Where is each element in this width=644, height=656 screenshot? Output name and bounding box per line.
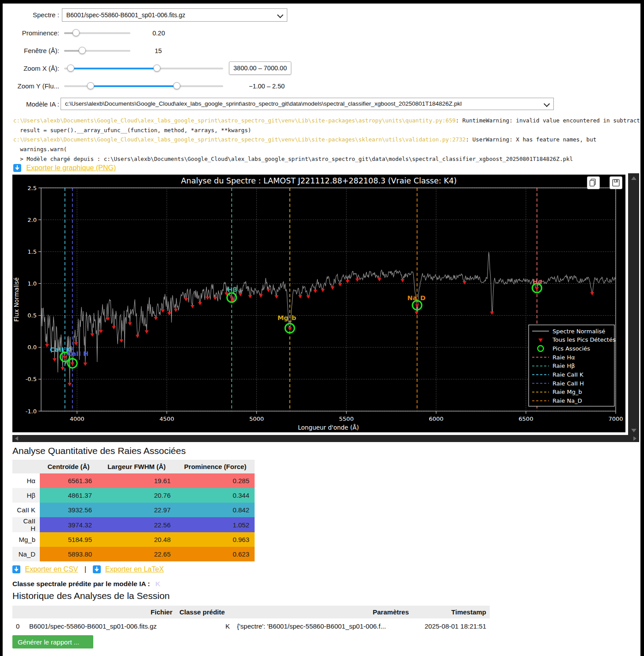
- raies-cell: 0.285: [176, 473, 255, 488]
- raies-col-prominence: Prominence (Force): [176, 460, 255, 473]
- y-tick-label: 1.5: [27, 248, 37, 255]
- raies-row-label: CaII K: [12, 503, 40, 517]
- export-png-row: Exporter le graphique (PNG): [13, 164, 116, 172]
- fenetre-label: Fenêtre (Å):: [3, 44, 59, 57]
- raie-label-nad: Na_D: [408, 294, 426, 302]
- zoomy-range-slider[interactable]: [64, 80, 223, 93]
- history-header-row: Fichier Classe prédite Paramètres Timest…: [12, 606, 490, 618]
- zoomx-handle-min[interactable]: [67, 65, 74, 72]
- x-tick-label: 5500: [339, 416, 354, 422]
- zoomx-readout: 3800.00 – 7000.00: [229, 61, 291, 75]
- raie-label-caii_h: CaII H: [67, 350, 88, 357]
- scroll-right-arrow-icon[interactable]: [633, 436, 636, 441]
- warning-path: c:\Users\alexb\Documents\Google_Cloud\al…: [13, 117, 456, 124]
- prominence-readout: 0.20: [152, 27, 165, 40]
- export-latex-link[interactable]: Exporter en LaTeX: [105, 565, 164, 573]
- zoomx-handle-max[interactable]: [153, 65, 160, 72]
- raies-col-centroide: Centroïde (Å): [40, 460, 97, 473]
- zoomx-label: Zoom X (Å):: [3, 62, 59, 75]
- raies-cell: 0.963: [176, 532, 255, 547]
- legend-entry-label: Raie Mg_b: [553, 389, 582, 395]
- x-tick-label: 4500: [160, 416, 174, 422]
- raies-cell: 19.61: [97, 473, 176, 488]
- generate-report-button[interactable]: Générer le rapport ...: [12, 635, 93, 648]
- legend-entry-label: Raie Na_D: [553, 397, 582, 404]
- window-frame-top: [0, 0, 644, 4]
- raie-label-halpha: Hα: [533, 278, 542, 285]
- raies-row-label: Hα: [12, 473, 40, 488]
- fenetre-readout: 15: [155, 44, 162, 57]
- legend-entry-label: Spectre Normalisé: [553, 328, 605, 335]
- history-col-classe: Classe prédite: [176, 606, 233, 618]
- raies-cell: 3974.32: [40, 517, 97, 532]
- export-png-link[interactable]: Exporter le graphique (PNG): [26, 164, 116, 172]
- y-tick-label: 1.0: [27, 280, 37, 287]
- prominence-slider[interactable]: [64, 27, 130, 40]
- raies-cell: 0.344: [176, 488, 255, 503]
- chart-horizontal-scrollbar[interactable]: [12, 435, 639, 442]
- fenetre-slider-handle[interactable]: [79, 47, 86, 54]
- copy-chart-button[interactable]: [587, 176, 600, 189]
- x-tick-label: 7000: [608, 416, 623, 422]
- warning-message: : RuntimeWarning: invalid value encounte…: [456, 117, 640, 124]
- x-tick-label: 5000: [249, 416, 264, 422]
- y-tick-label: 0.5: [27, 312, 37, 319]
- legend-entry-label: Raie CaII H: [553, 380, 584, 387]
- prominence-slider-handle[interactable]: [72, 29, 80, 36]
- window-frame-right: [640, 0, 644, 656]
- modele-select[interactable]: c:\Users\alexb\Documents\Google_Cloud\al…: [61, 98, 554, 110]
- raies-row: Hα6561.3619.610.285: [12, 473, 255, 488]
- raies-cell: 20.76: [97, 488, 176, 503]
- chart-vertical-scrollbar[interactable]: [628, 173, 639, 442]
- download-icon[interactable]: [93, 565, 101, 573]
- y-tick-label: 0.0: [27, 344, 37, 351]
- raie-label-mgb: Mg_b: [278, 314, 296, 322]
- console-line: result = super().__array_ufunc__(functio…: [13, 126, 640, 135]
- spectre-row: Spectre : B6001/spec-55860-B6001_sp01-00…: [3, 8, 577, 22]
- zoomy-handle-min[interactable]: [87, 82, 94, 89]
- raies-table-body: Hα6561.3619.610.285Hβ4861.3720.760.344Ca…: [12, 473, 255, 561]
- raies-cell: 20.48: [97, 532, 176, 547]
- y-axis-label: Flux Normalisé: [13, 277, 20, 321]
- scroll-left-arrow-icon[interactable]: [15, 436, 18, 441]
- raies-cell: 5184.95: [40, 532, 97, 547]
- export-csv-link[interactable]: Exporter en CSV: [25, 565, 78, 573]
- fenetre-slider[interactable]: [64, 44, 130, 57]
- x-tick-label: 6500: [518, 416, 533, 422]
- y-tick-label: 2.0: [27, 217, 37, 223]
- save-chart-button[interactable]: [610, 176, 622, 189]
- legend-entry-label: Tous les Pics Détectés: [552, 336, 616, 343]
- raies-cell: 22.65: [97, 547, 176, 561]
- legend-entry-label: Raie CaII K: [553, 371, 583, 378]
- history-col-fichier: Fichier: [26, 606, 176, 618]
- scroll-up-arrow-icon[interactable]: [631, 176, 636, 180]
- console-output: c:\Users\alexb\Documents\Google_Cloud\al…: [13, 116, 640, 164]
- link-separator: |: [84, 565, 86, 573]
- zoomy-readout: −1.00 – 2.50: [249, 80, 285, 93]
- spectrum-chart: Analyse du Spectre : LAMOST J221112.88+2…: [12, 175, 625, 432]
- y-tick-label: -0.5: [26, 376, 37, 382]
- raies-cell: 6561.36: [40, 473, 97, 488]
- history-row: 0B6001/spec-55860-B6001_sp01-006.fits.gz…: [12, 618, 490, 633]
- console-line: warnings.warn(: [13, 145, 640, 154]
- scroll-down-arrow-icon[interactable]: [631, 429, 636, 432]
- zoomy-handle-max[interactable]: [173, 82, 180, 89]
- modele-select-value: c:\Users\alexb\Documents\Google_Cloud\al…: [65, 100, 462, 107]
- prediction-label: Classe spectrale prédite par le modèle I…: [12, 580, 150, 587]
- history-col-index: [12, 606, 26, 618]
- prominence-label: Prominence:: [3, 27, 59, 40]
- raies-cell: 3932.56: [40, 503, 97, 517]
- raies-section-title: Analyse Quantitative des Raies Associées: [12, 446, 186, 456]
- zoomx-range-slider[interactable]: [64, 62, 223, 75]
- chart-title: Analyse du Spectre : LAMOST J221112.88+2…: [181, 176, 457, 185]
- spectre-select[interactable]: B6001/spec-55860-B6001_sp01-006.fits.gz: [62, 8, 287, 22]
- spectre-label: Spectre :: [3, 8, 59, 22]
- history-col-parametres: Paramètres: [233, 606, 412, 618]
- x-tick-label: 4000: [70, 416, 84, 422]
- slider-selected-range: [91, 85, 177, 87]
- download-icon[interactable]: [12, 565, 20, 573]
- download-icon[interactable]: [13, 164, 21, 172]
- prominence-row: Prominence: 0.20: [3, 27, 577, 40]
- raies-table: Centroïde (Å) Largeur FWHM (Å) Prominenc…: [12, 460, 255, 561]
- history-col-timestamp: Timestamp: [412, 606, 490, 618]
